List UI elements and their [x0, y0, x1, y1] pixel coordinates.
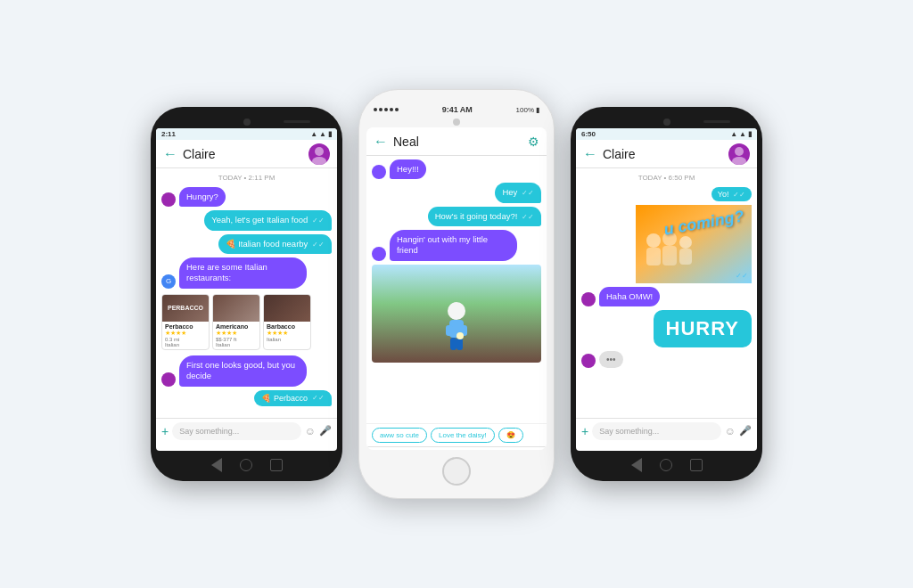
svg-rect-4 — [446, 325, 453, 336]
bubble-google: Here are some Italian restaurants: — [179, 257, 307, 289]
msg-hungry: Hungry? — [161, 187, 332, 207]
dot1 — [374, 108, 377, 111]
dot2 — [379, 108, 382, 111]
svg-rect-15 — [646, 248, 661, 265]
msg-hangin: Hangin' out with my little friend — [372, 230, 541, 261]
phone3-screen: 6:50 ▲ ▲ ▮ ← Claire TODAY • 6:50 PM — [576, 128, 757, 451]
svg-point-14 — [679, 236, 692, 249]
check-mark: ✓✓ — [736, 272, 748, 280]
phone3-battery-icon: ▮ — [748, 130, 752, 138]
phone1-placeholder: Say something... — [179, 427, 239, 436]
iphone-input-bar: + 🎤 — [366, 446, 547, 450]
dot4 — [390, 108, 393, 111]
gear-icon[interactable]: ⚙ — [528, 135, 539, 149]
phone3-chat: TODAY • 6:50 PM Yo! ✓✓ — [576, 168, 757, 418]
phone1-screen: 2:11 ▲ ▲ ▮ ← Claire TODAY • 2:11 PM — [156, 128, 337, 451]
iphone-header: ← Neal ⚙ — [366, 127, 547, 156]
svg-point-12 — [646, 233, 661, 248]
phone1-header: ← Claire — [156, 140, 337, 168]
phone3-home-nav-btn[interactable] — [660, 459, 672, 471]
phone1-time: 2:11 — [161, 130, 176, 138]
rest-americano[interactable]: Americano ★★★★ $$·377 ft Italian — [212, 294, 260, 350]
phone3-header: ← Claire — [576, 140, 757, 168]
chip-emoji[interactable]: 😍 — [498, 428, 523, 443]
msg-hey-out: Hey ✓✓ — [372, 183, 541, 202]
msg-italian: Yeah, let's get Italian food ✓✓ — [161, 210, 332, 230]
battery-icon-iphone: ▮ — [536, 106, 539, 114]
rest-barbacco[interactable]: Barbacco ★★★★ Italian — [263, 294, 311, 350]
android-phone-1: 2:11 ▲ ▲ ▮ ← Claire TODAY • 2:11 PM — [151, 107, 342, 481]
svg-rect-7 — [456, 338, 463, 350]
phone3-status-icons: ▲ ▲ ▮ — [730, 130, 752, 138]
google-avatar: G — [161, 274, 176, 289]
chip-aww[interactable]: aww so cute — [372, 428, 427, 443]
emoji-icon[interactable]: ☺ — [305, 425, 316, 437]
plus-icon[interactable]: + — [161, 424, 169, 438]
signal-icon: ▲ — [319, 130, 326, 138]
iphone-time: 9:41 AM — [442, 105, 473, 114]
camera-dot — [243, 118, 251, 126]
wifi-icon: ▲ — [310, 130, 317, 138]
svg-rect-6 — [450, 338, 456, 350]
phone1-top-bar — [156, 116, 337, 128]
phone3-back-icon[interactable]: ← — [583, 146, 597, 162]
phone3-signal-icon: ▲ — [739, 130, 746, 138]
mic-icon[interactable]: 🎤 — [319, 425, 332, 437]
phone3-back-nav-btn[interactable] — [631, 458, 642, 472]
android-phone-3: 6:50 ▲ ▲ ▮ ← Claire TODAY • 6:50 PM — [571, 107, 762, 481]
phone3-recents-nav-btn[interactable] — [690, 459, 703, 471]
bubble-how: How's it going today?! ✓✓ — [428, 207, 541, 226]
phone1-chat: TODAY • 2:11 PM Hungry? Yeah, let's get … — [156, 168, 337, 418]
suggestion-chips: aww so cute Love the daisy! 😍 — [366, 423, 547, 446]
phone1-input[interactable]: Say something... — [172, 422, 301, 440]
back-arrow-icon[interactable]: ← — [163, 146, 177, 162]
bubble-hungry: Hungry? — [179, 187, 226, 207]
iphone-contact: Neal — [393, 135, 528, 149]
iphone-back-icon[interactable]: ← — [374, 134, 388, 150]
msg-hey: Hey!!! — [372, 159, 541, 179]
svg-point-0 — [315, 147, 324, 156]
phone3-time: 6:50 — [581, 130, 596, 138]
home-nav-btn[interactable] — [240, 459, 252, 471]
iphone-phone: 9:41 AM 100% ▮ ← Neal ⚙ Hey!!! Hey ✓✓ — [358, 89, 555, 499]
claire-avatar — [581, 292, 596, 306]
speaker — [284, 120, 310, 123]
phone3-placeholder: Say something... — [599, 427, 659, 436]
recents-nav-btn[interactable] — [270, 459, 283, 471]
phone3-camera — [663, 118, 670, 126]
phone3-nav — [576, 456, 757, 474]
perbacco-info: Perbacco ★★★★ 0.3 mi Italian — [162, 322, 209, 349]
iphone-chat: Hey!!! Hey ✓✓ How's it going today?! ✓✓ … — [366, 156, 547, 423]
phone3-speaker — [703, 120, 730, 123]
phone3-emoji-icon[interactable]: ☺ — [725, 425, 736, 437]
msg-first: First one looks good, but you decide — [161, 355, 332, 387]
battery-pct: 100% — [516, 106, 534, 114]
phone3-plus-icon[interactable]: + — [581, 424, 588, 438]
back-nav-btn[interactable] — [211, 458, 222, 472]
perbacco-name: Perbacco — [165, 323, 206, 330]
rest-perbacco[interactable]: PERBACCO Perbacco ★★★★ 0.3 mi Italian — [161, 294, 210, 350]
perbacco-stars: ★★★★ — [165, 330, 206, 337]
coming-photo: u coming? ✓✓ — [636, 205, 752, 283]
dot5 — [395, 108, 399, 111]
iphone-home-button[interactable] — [442, 457, 471, 486]
svg-point-9 — [735, 147, 744, 156]
msg-hurry: HURRY — [581, 310, 752, 347]
sender-avatar — [161, 192, 176, 207]
americano-stars: ★★★★ — [216, 330, 257, 337]
iphone-top-notch: 9:41 AM 100% ▮ — [366, 102, 547, 117]
iphone-screen: ← Neal ⚙ Hey!!! Hey ✓✓ How's it going to… — [366, 127, 547, 450]
americano-type: Italian — [216, 342, 257, 347]
chip-daisy[interactable]: Love the daisy! — [431, 428, 495, 443]
americano-name: Americano — [216, 323, 257, 330]
bubble-hangin: Hangin' out with my little friend — [390, 230, 517, 261]
phone3-mic-icon[interactable]: 🎤 — [739, 425, 752, 437]
phone3-input[interactable]: Say something... — [592, 422, 721, 440]
phone3-date: TODAY • 6:50 PM — [581, 174, 752, 182]
perbacco-img: PERBACCO — [162, 295, 209, 322]
bubble-hurry: HURRY — [654, 310, 752, 347]
svg-point-2 — [448, 302, 465, 320]
bubble-haha: Haha OMW! — [599, 287, 660, 306]
phone3-status-bar: 6:50 ▲ ▲ ▮ — [576, 128, 757, 140]
phone3-input-bar: + Say something... ☺ 🎤 — [576, 418, 757, 443]
